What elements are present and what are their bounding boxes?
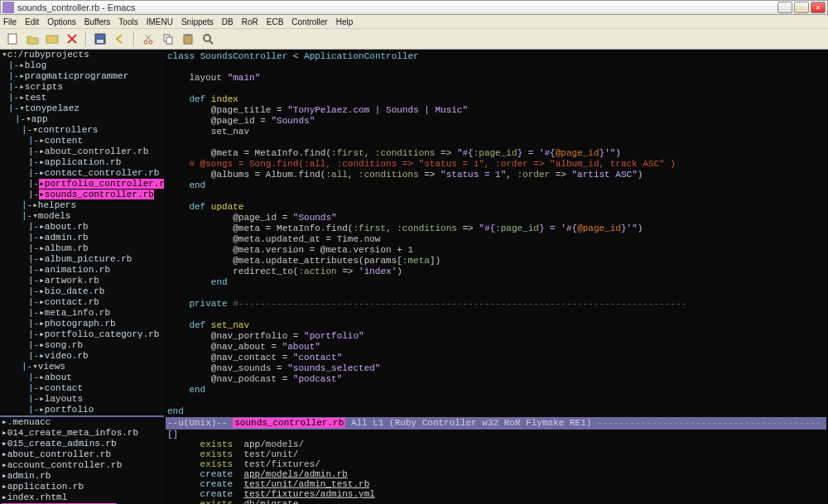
- file-about_controller.rb[interactable]: |-▸about_controller.rb: [0, 146, 164, 157]
- code-line[interactable]: redirect_to(:action => 'index'): [167, 266, 826, 277]
- code-line[interactable]: @nav_sounds = "sounds_selected": [167, 363, 826, 374]
- save-icon[interactable]: [91, 30, 109, 48]
- code-line[interactable]: @nav_about = "about": [167, 342, 826, 353]
- code-line[interactable]: @page_title = "TonyPelaez.com | Sounds |…: [167, 105, 826, 116]
- code-line[interactable]: # @songs = Song.find(:all, :conditions =…: [167, 159, 826, 170]
- dir-layouts[interactable]: |-▸layouts: [0, 394, 164, 405]
- buffer-admin.rb[interactable]: ▸admin.rb: [2, 471, 162, 482]
- menu-ecb[interactable]: ECB: [267, 17, 284, 26]
- buffer-account_controller.rb[interactable]: ▸account_controller.rb: [2, 460, 162, 471]
- file-animation.rb[interactable]: |-▸animation.rb: [0, 265, 164, 276]
- menu-db[interactable]: DB: [222, 17, 233, 26]
- dir-contact[interactable]: |-▸contact: [0, 383, 164, 394]
- paste-icon[interactable]: [179, 30, 197, 48]
- file-meta_info.rb[interactable]: |-▸meta_info.rb: [0, 308, 164, 319]
- dir-models[interactable]: |-▾models: [0, 211, 164, 222]
- file-photograph.rb[interactable]: |-▸photograph.rb: [0, 319, 164, 329]
- file-song.rb[interactable]: |-▸song.rb: [0, 340, 164, 351]
- file-video.rb[interactable]: |-▸video.rb: [0, 351, 164, 362]
- routput-buffer[interactable]: [] exists app/models/ exists test/unit/ …: [166, 430, 826, 504]
- file-artwork.rb[interactable]: |-▸artwork.rb: [0, 276, 164, 286]
- dir-blog[interactable]: |-▸blog: [0, 60, 164, 71]
- dir-test[interactable]: |-▸test: [0, 93, 164, 103]
- menu-imenu[interactable]: IMENU: [147, 17, 173, 26]
- menu-edit[interactable]: Edit: [25, 17, 39, 26]
- code-line[interactable]: @nav_portfolio = "portfolio": [167, 331, 826, 342]
- tree-root[interactable]: ▾c:/rubyprojects: [0, 50, 164, 60]
- menu-controller[interactable]: Controller: [291, 17, 327, 26]
- buffer-index.rhtml[interactable]: ▸index.rhtml: [2, 492, 162, 503]
- buffer-application.rb[interactable]: ▸application.rb: [2, 482, 162, 492]
- code-line[interactable]: @page_id = "Sounds": [167, 116, 826, 127]
- code-line[interactable]: [167, 137, 826, 148]
- code-line[interactable]: [167, 62, 826, 73]
- buffer-list[interactable]: ▸.menuacc▸014_create_meta_infos.rb▸015_c…: [0, 417, 164, 504]
- code-line[interactable]: set_nav: [167, 127, 826, 137]
- cut-icon[interactable]: [139, 30, 157, 48]
- buffer-015_create_admins.rb[interactable]: ▸015_create_admins.rb: [2, 439, 162, 449]
- file-bio_date.rb[interactable]: |-▸bio_date.rb: [0, 286, 164, 297]
- menu-options[interactable]: Options: [47, 17, 75, 26]
- code-editor[interactable]: class SoundsController < ApplicationCont…: [166, 51, 826, 417]
- file-application.rb[interactable]: |-▸application.rb: [0, 157, 164, 168]
- dir-app[interactable]: |-▾app: [0, 114, 164, 125]
- menu-file[interactable]: File: [3, 17, 17, 26]
- code-line[interactable]: def update: [167, 202, 826, 213]
- dir-controllers[interactable]: |-▾controllers: [0, 125, 164, 136]
- menu-ror[interactable]: RoR: [242, 17, 258, 26]
- code-line[interactable]: [167, 396, 826, 406]
- code-line[interactable]: [167, 288, 826, 299]
- code-line[interactable]: @meta.update_attributes(params[:meta]): [167, 256, 826, 266]
- code-line[interactable]: [167, 84, 826, 94]
- code-line[interactable]: [167, 191, 826, 202]
- code-line[interactable]: @meta = MetaInfo.find(:first, :condition…: [167, 223, 826, 234]
- dir-tonypelaez[interactable]: |-▾tonypelaez: [0, 103, 164, 114]
- dir-views[interactable]: |-▾views: [0, 362, 164, 372]
- menu-snippets[interactable]: Snippets: [181, 17, 214, 26]
- file-contact_controller.rb[interactable]: |-▸contact_controller.rb: [0, 168, 164, 179]
- code-line[interactable]: @meta.updated_at = Time.now: [167, 234, 826, 245]
- kill-buffer-icon[interactable]: [63, 30, 81, 48]
- code-line[interactable]: @page_id = "Sounds": [167, 213, 826, 223]
- dir-scripts[interactable]: |-▸scripts: [0, 82, 164, 93]
- file-contact.rb[interactable]: |-▸contact.rb: [0, 297, 164, 308]
- buffer-014_create_meta_infos.rb[interactable]: ▸014_create_meta_infos.rb: [2, 428, 162, 439]
- dir-content[interactable]: |-▸content: [0, 136, 164, 146]
- search-icon[interactable]: [199, 30, 217, 48]
- menu-tools[interactable]: Tools: [118, 17, 137, 26]
- close-button[interactable]: ✕: [811, 2, 826, 13]
- undo-icon[interactable]: [111, 30, 129, 48]
- directory-tree[interactable]: ▾c:/rubyprojects|-▸blog|-▸pragmaticprogr…: [0, 50, 164, 415]
- code-line[interactable]: private #-------------------------------…: [167, 299, 826, 310]
- maximize-button[interactable]: ▭: [794, 2, 809, 13]
- file-sounds_controller.rb[interactable]: |-▸sounds_controller.rb: [0, 190, 164, 200]
- code-line[interactable]: def set_nav: [167, 320, 826, 331]
- file-about.rb[interactable]: |-▸about.rb: [0, 222, 164, 233]
- code-line[interactable]: @nav_contact = "contact": [167, 353, 826, 363]
- new-icon[interactable]: [3, 30, 22, 48]
- file-album.rb[interactable]: |-▸album.rb: [0, 243, 164, 254]
- dir-about[interactable]: |-▸about: [0, 372, 164, 383]
- buffer-about_controller.rb[interactable]: ▸about_controller.rb: [2, 449, 162, 460]
- open-icon[interactable]: [23, 30, 41, 48]
- code-line[interactable]: def index: [167, 94, 826, 105]
- copy-icon[interactable]: [159, 30, 177, 48]
- minimize-button[interactable]: _: [777, 2, 792, 13]
- dir-helpers[interactable]: |-▸helpers: [0, 200, 164, 211]
- file-portfolio_category.rb[interactable]: |-▸portfolio_category.rb: [0, 329, 164, 340]
- code-line[interactable]: class SoundsController < ApplicationCont…: [167, 51, 826, 62]
- file-portfolio_controller.rb+[interactable]: |-▸portfolio_controller.rb+: [0, 179, 164, 190]
- code-line[interactable]: end: [167, 277, 826, 288]
- code-line[interactable]: end: [167, 385, 826, 396]
- code-line[interactable]: @nav_podcast = "podcast": [167, 374, 826, 385]
- file-admin.rb[interactable]: |-▸admin.rb: [0, 233, 164, 243]
- code-line[interactable]: @albums = Album.find(:all, :conditions =…: [167, 170, 826, 180]
- dir-portfolio[interactable]: |-▸portfolio: [0, 405, 164, 415]
- code-line[interactable]: @meta = MetaInfo.find(:first, :condition…: [167, 148, 826, 159]
- code-line[interactable]: end: [167, 406, 826, 417]
- dired-icon[interactable]: [43, 30, 61, 48]
- code-line[interactable]: [167, 310, 826, 320]
- code-line[interactable]: @meta.version = @meta.version + 1: [167, 245, 826, 256]
- dir-pragmaticprogrammer[interactable]: |-▸pragmaticprogrammer: [0, 71, 164, 82]
- buffer-.menuacc[interactable]: ▸.menuacc: [2, 417, 162, 428]
